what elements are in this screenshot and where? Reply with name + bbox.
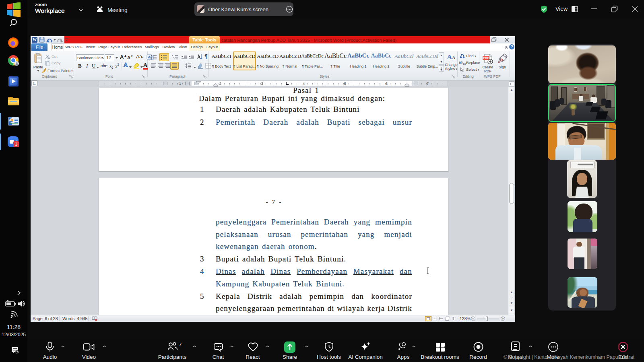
svg-text:PDF: PDF [483,57,489,60]
